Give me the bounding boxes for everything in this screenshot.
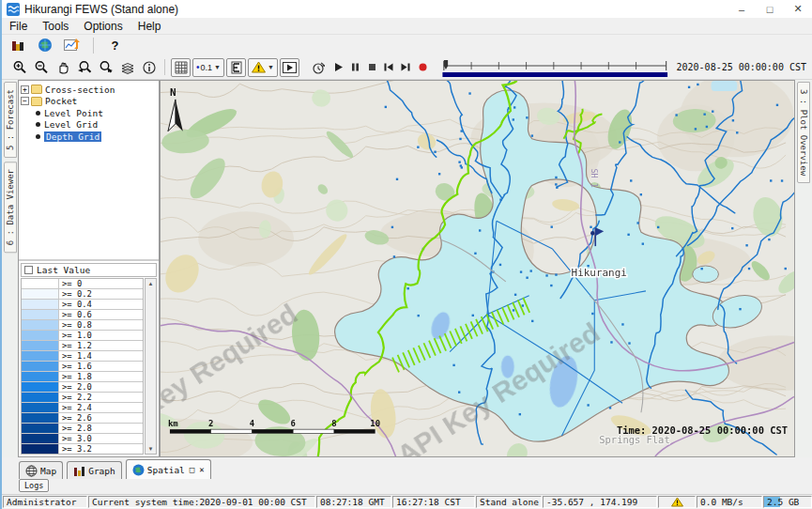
legend-row[interactable]: >= 1.0 (22, 331, 143, 341)
folder-icon (31, 97, 42, 106)
legend-row[interactable]: >= 3.2 (22, 444, 143, 454)
legend-row[interactable]: >= 0 (22, 279, 143, 289)
map-toolbar: • 0.1 ▼ ▼ (2, 55, 812, 80)
help-icon[interactable]: ? (105, 36, 125, 54)
pan-hand-icon[interactable] (53, 58, 72, 77)
legend-color-swatch (22, 320, 59, 330)
info-icon[interactable] (139, 58, 159, 77)
maximize-button[interactable]: □ (756, 0, 784, 18)
scalebar-toggle-icon[interactable] (226, 58, 246, 77)
legend-scrollbar[interactable]: ▲ ▼ (145, 278, 157, 455)
zoom-out-icon[interactable] (31, 58, 51, 77)
play-button[interactable] (330, 58, 345, 77)
folder-icon (31, 85, 42, 94)
tree-item-depth-grid-selected[interactable]: Depth Grid (21, 131, 157, 143)
legend-row[interactable]: >= 3.0 (22, 434, 143, 444)
menu-help[interactable]: Help (130, 20, 169, 33)
scroll-down-icon[interactable]: ▼ (148, 444, 154, 454)
warning-triangle-icon (671, 497, 683, 507)
grid-display-icon[interactable] (171, 58, 191, 77)
bar-chart-icon (73, 465, 85, 476)
legend-row[interactable]: >= 0.6 (22, 310, 143, 320)
logs-row: Logs (2, 479, 812, 494)
tab-graph[interactable]: Graph (67, 461, 122, 479)
warning-dropdown[interactable]: ▼ (248, 58, 278, 77)
time-slider[interactable] (441, 58, 669, 77)
legend-threshold-label: >= 3.0 (59, 434, 92, 443)
tab-restore-icon[interactable]: □ (190, 465, 194, 474)
legend-row[interactable]: >= 1.2 (22, 341, 143, 351)
legend-row[interactable]: >= 2.2 (22, 393, 143, 403)
tree-item-label: Level Point (44, 108, 103, 118)
bottom-tab-bar: Map Graph Spatial □ ✕ (2, 457, 812, 479)
animation-timer-icon[interactable] (309, 58, 329, 77)
legend-threshold-label: >= 2.2 (59, 393, 92, 402)
last-value-checkbox[interactable] (24, 266, 33, 274)
legend-threshold-label: >= 0.2 (59, 289, 92, 299)
legend-row[interactable]: >= 1.4 (22, 351, 143, 362)
tree-item-level-point[interactable]: Level Point (21, 107, 157, 119)
legend-header: Last Value (21, 263, 157, 277)
spatial-map[interactable]: Hikurangi Springs Flat SH 1 API Key Requ… (160, 80, 795, 457)
legend-color-swatch (22, 424, 59, 433)
tab-spatial[interactable]: Spatial □ ✕ (126, 459, 211, 479)
record-button[interactable] (415, 58, 430, 77)
legend-row[interactable]: >= 2.0 (22, 382, 143, 393)
stop-button[interactable] (364, 58, 379, 77)
legend-row[interactable]: >= 2.6 (22, 413, 143, 424)
tab-plot-overview[interactable]: 3 : Plot Overview (797, 82, 810, 183)
tab-data-viewer[interactable]: 6 : Data Viewer (4, 162, 17, 253)
globe-icon[interactable] (35, 36, 54, 54)
legend-row[interactable]: >= 1.6 (22, 362, 143, 372)
legend-threshold-label: >= 2.4 (59, 403, 92, 412)
tab-forecast[interactable]: 5 : Forecast (4, 82, 17, 158)
legend-row[interactable]: >= 0.2 (22, 289, 143, 300)
zoom-next-icon[interactable] (96, 58, 115, 77)
animation-movie-icon[interactable] (280, 58, 299, 77)
layers-icon[interactable] (117, 58, 137, 77)
tree-item-pocket[interactable]: − Pocket (21, 96, 157, 108)
tab-close-icon[interactable]: ✕ (199, 465, 204, 474)
legend-row[interactable]: >= 0.4 (22, 300, 143, 310)
menu-options[interactable]: Options (76, 20, 130, 33)
zoom-previous-icon[interactable] (74, 58, 94, 77)
legend-threshold-label: >= 0.8 (59, 320, 92, 330)
status-mode: Stand alone (476, 496, 542, 508)
pause-button[interactable] (347, 58, 362, 77)
legend-color-swatch (22, 341, 59, 350)
chart-display-icon[interactable] (62, 36, 82, 54)
menu-file[interactable]: File (2, 20, 35, 33)
legend-table: >= 0>= 0.2>= 0.4>= 0.6>= 0.8>= 1.0>= 1.2… (21, 278, 144, 455)
legend-color-swatch (22, 382, 59, 392)
svg-text:km: km (168, 419, 178, 428)
status-warning[interactable] (658, 496, 696, 508)
expand-icon[interactable]: + (21, 85, 29, 94)
scroll-up-icon[interactable]: ▲ (148, 279, 154, 288)
legend-row[interactable]: >= 0.8 (22, 320, 143, 331)
legend-row[interactable]: >= 1.8 (22, 372, 143, 382)
zoom-in-icon[interactable] (9, 58, 29, 77)
minimize-button[interactable]: – (728, 0, 756, 18)
bullet-icon (36, 122, 40, 127)
collapse-icon[interactable]: − (21, 97, 29, 105)
legend-row[interactable]: >= 2.8 (22, 424, 143, 434)
database-icon[interactable] (8, 36, 27, 54)
road-label: SH 1 (590, 169, 599, 188)
bullet-icon (36, 134, 40, 139)
skip-to-end-button[interactable] (398, 58, 413, 77)
decimal-precision-dropdown[interactable]: • 0.1 ▼ (192, 58, 224, 77)
precision-dot-icon: • (196, 62, 200, 72)
left-dock-tabs: 5 : Forecast 6 : Data Viewer (2, 80, 18, 457)
legend-row[interactable]: >= 2.4 (22, 403, 143, 413)
tab-map[interactable]: Map (19, 461, 63, 479)
time-slider-thumb[interactable] (444, 60, 448, 69)
menu-tools[interactable]: Tools (35, 20, 76, 33)
layer-tree: + Cross-section − Pocket Level Point Lev… (19, 81, 159, 261)
legend-panel: Last Value >= 0>= 0.2>= 0.4>= 0.6>= 0.8>… (19, 261, 159, 456)
logs-button[interactable]: Logs (19, 479, 49, 492)
tree-item-level-grid[interactable]: Level Grid (21, 119, 157, 131)
close-button[interactable]: ✕ (784, 0, 812, 18)
skip-to-start-button[interactable] (381, 58, 396, 77)
tree-item-cross-section[interactable]: + Cross-section (21, 84, 157, 96)
legend-color-swatch (22, 289, 59, 299)
